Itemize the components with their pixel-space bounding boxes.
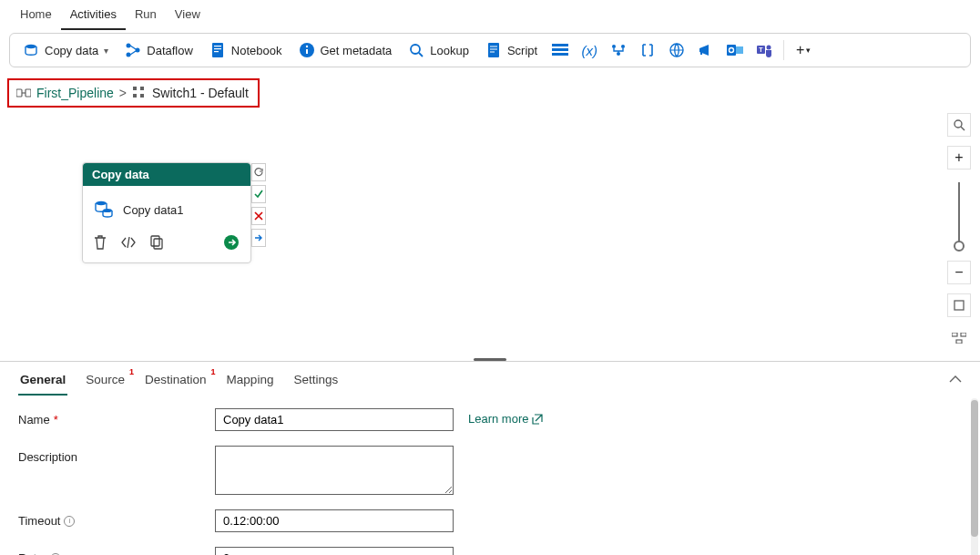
svg-rect-15: [552, 53, 568, 56]
timeout-label: Timeout i: [18, 509, 200, 528]
variable-icon: (x): [581, 43, 597, 58]
svg-point-17: [621, 45, 625, 48]
layout-icon: [952, 333, 966, 344]
svg-rect-35: [154, 239, 162, 249]
ribbon-script[interactable]: Script: [478, 38, 545, 62]
ribbon-notebook-label: Notebook: [231, 44, 282, 57]
svg-rect-38: [954, 301, 964, 310]
delete-icon[interactable]: [94, 235, 107, 252]
copy-icon[interactable]: [150, 235, 163, 252]
tab-general[interactable]: General: [18, 369, 67, 396]
ribbon-extra-3[interactable]: [605, 37, 632, 63]
tab-source[interactable]: Source 1: [84, 369, 127, 394]
ribbon-outlook[interactable]: [721, 37, 749, 63]
svg-point-32: [96, 201, 107, 205]
info-icon[interactable]: i: [64, 516, 75, 527]
globe-icon: [669, 42, 685, 58]
tab-home[interactable]: Home: [11, 0, 61, 30]
ribbon-web[interactable]: [663, 37, 690, 63]
ribbon-script-label: Script: [507, 44, 537, 57]
ribbon-add-more[interactable]: + ▾: [790, 37, 817, 63]
breadcrumb-current: Switch1 - Default: [152, 86, 249, 100]
ribbon-variable[interactable]: (x): [576, 37, 603, 63]
zoom-out-button[interactable]: −: [947, 261, 971, 284]
tab-mapping[interactable]: Mapping: [225, 369, 276, 394]
zoom-in-button[interactable]: +: [947, 146, 971, 170]
svg-rect-30: [133, 94, 137, 98]
svg-point-11: [411, 45, 420, 54]
search-icon: [953, 118, 965, 131]
layout-button[interactable]: [947, 326, 971, 350]
ribbon-teams[interactable]: T: [750, 37, 778, 63]
description-field[interactable]: [215, 446, 454, 495]
breadcrumb: First_Pipeline > Switch1 - Default: [7, 78, 260, 108]
breadcrumb-pipeline-link[interactable]: First_Pipeline: [36, 86, 114, 100]
pipeline-icon: [16, 86, 31, 100]
zoom-slider[interactable]: [958, 182, 960, 248]
fit-icon: [953, 299, 965, 312]
tab-destination-label: Destination: [145, 373, 207, 386]
timeout-field[interactable]: [215, 509, 454, 532]
ribbon-dataflow[interactable]: Dataflow: [117, 38, 200, 62]
tab-settings[interactable]: Settings: [291, 369, 340, 394]
activity-type-label: Copy data: [83, 163, 250, 186]
tab-activities[interactable]: Activities: [61, 0, 126, 30]
tab-destination[interactable]: Destination 1: [143, 369, 209, 394]
name-field[interactable]: [215, 408, 454, 431]
tab-view[interactable]: View: [166, 0, 209, 30]
ribbon-extra-1[interactable]: [546, 37, 574, 63]
canvas-controls: + −: [947, 113, 971, 350]
tab-source-badge: 1: [129, 367, 134, 376]
ribbon-copy-data-label: Copy data: [45, 44, 98, 57]
copy-data-icon: [94, 199, 114, 221]
property-form: Name* Learn more Description Timeout i R…: [0, 396, 980, 555]
svg-point-25: [767, 46, 771, 50]
svg-point-3: [136, 48, 140, 53]
zoom-thumb[interactable]: [954, 241, 965, 252]
ribbon-copy-data[interactable]: Copy data ▾: [15, 38, 116, 62]
pipeline-canvas[interactable]: Copy data Copy data1: [0, 108, 980, 361]
run-arrow-icon[interactable]: [223, 234, 240, 253]
tab-run[interactable]: Run: [126, 0, 166, 30]
chevron-down-icon: ▾: [104, 46, 108, 56]
svg-rect-27: [26, 89, 31, 97]
svg-rect-41: [956, 340, 962, 344]
minus-icon: −: [954, 264, 963, 281]
code-icon[interactable]: [121, 237, 136, 251]
ribbon-get-metadata[interactable]: Get metadata: [291, 38, 400, 62]
plus-icon: +: [796, 42, 804, 58]
description-label: Description: [18, 446, 200, 464]
svg-rect-6: [214, 48, 221, 49]
retry-field[interactable]: [215, 547, 454, 555]
collapse-panel-button[interactable]: [949, 373, 962, 386]
top-tab-bar: Home Activities Run View: [0, 0, 980, 31]
activity-ports: [251, 163, 266, 247]
chevron-down-icon: ▾: [806, 46, 811, 55]
port-skip[interactable]: [251, 229, 266, 247]
info-icon: [299, 42, 315, 58]
chevron-up-icon: [949, 375, 962, 384]
bracket-icon: [640, 43, 655, 57]
canvas-search-button[interactable]: [947, 113, 971, 137]
svg-rect-4: [212, 43, 223, 57]
ribbon-lookup[interactable]: Lookup: [401, 38, 476, 62]
panel-scrollbar[interactable]: [971, 398, 978, 555]
ribbon-lookup-label: Lookup: [430, 44, 469, 57]
ribbon-extra-4[interactable]: [634, 37, 661, 63]
port-retry[interactable]: [251, 163, 266, 181]
activity-card-copy-data[interactable]: Copy data Copy data1: [82, 162, 251, 263]
property-tabs: General Source 1 Destination 1 Mapping S…: [0, 362, 980, 396]
ribbon-notebook[interactable]: Notebook: [202, 38, 290, 62]
svg-point-18: [617, 52, 620, 56]
learn-more-link[interactable]: Learn more: [468, 408, 543, 426]
svg-rect-31: [140, 94, 144, 98]
scrollbar-thumb[interactable]: [971, 400, 978, 537]
svg-rect-9: [306, 49, 308, 54]
svg-rect-34: [151, 236, 159, 246]
port-success[interactable]: [251, 185, 266, 203]
ribbon-announce[interactable]: [692, 37, 720, 63]
port-fail[interactable]: [251, 207, 266, 225]
svg-point-0: [26, 45, 36, 48]
fit-screen-button[interactable]: [947, 293, 971, 317]
notebook-icon: [209, 42, 226, 58]
